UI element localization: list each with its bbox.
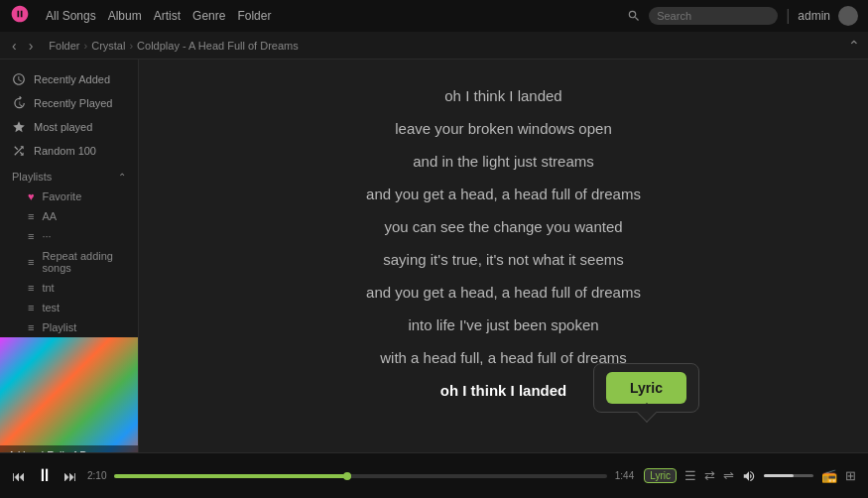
lyric-tooltip-button[interactable]: Lyric (606, 372, 686, 404)
player-bar: ⏮ ⏸ ⏭ 2:10 1:44 Lyric ☰ ⇄ ⇌ 📻 ⊞ (0, 452, 868, 498)
lyric-line-4: you can see the change you wanted (139, 210, 868, 243)
sidebar-item-recently-added[interactable]: Recently Added (0, 67, 138, 91)
breadcrumb-sep-2: › (129, 40, 133, 52)
playlists-section: Playlists ⌃ (0, 163, 138, 187)
progress-bar[interactable] (114, 474, 606, 478)
play-history-icon (12, 96, 26, 110)
time-current: 2:10 (87, 470, 106, 481)
lyric-line-6: and you get a head, a head full of dream… (139, 276, 868, 309)
playlist-item-test[interactable]: ≡ test (0, 298, 138, 317)
list-icon-repeat: ≡ (28, 256, 34, 268)
playlists-label: Playlists (12, 171, 52, 183)
breadcrumb-nav: ‹ › (8, 38, 37, 54)
sidebar-label-random: Random 100 (34, 145, 96, 157)
lyric-line-8: with a head full, a head full of dreams (139, 341, 868, 374)
shuffle-icon (12, 144, 26, 158)
pause-button[interactable]: ⏸ (36, 465, 54, 486)
nav-artist[interactable]: Artist (154, 9, 181, 23)
album-art-overlay: A Head Full of Dreams Coldplay (0, 445, 138, 452)
list-icon-dots: ≡ (28, 230, 34, 242)
lyric-line-5: saying it's true, it's not what it seems (139, 243, 868, 276)
sidebar-label-recently-played: Recently Played (34, 97, 113, 109)
tooltip-arrow (637, 403, 657, 423)
list-icon-playlist: ≡ (28, 321, 34, 333)
volume-icon (742, 469, 756, 483)
nav-all-songs[interactable]: All Songs (46, 9, 96, 23)
list-icon-tnt: ≡ (28, 282, 34, 294)
expand-button[interactable]: ⌃ (848, 38, 860, 54)
main-layout: Recently Added Recently Played Most play… (0, 60, 868, 452)
progress-fill (114, 474, 350, 478)
sidebar-label-recently-added: Recently Added (34, 73, 110, 85)
breadcrumb-sep-1: › (84, 40, 88, 52)
sidebar-label-most-played: Most played (34, 121, 92, 133)
playlist-item-tnt[interactable]: ≡ tnt (0, 278, 138, 298)
top-nav: All Songs Album Artist Genre Folder | ad… (0, 0, 868, 32)
nav-links: All Songs Album Artist Genre Folder (46, 9, 271, 23)
admin-label: admin (798, 9, 830, 23)
next-button[interactable]: ⏭ (63, 468, 77, 484)
heart-icon: ♥ (28, 190, 35, 202)
cast-button[interactable]: ⊞ (845, 468, 856, 483)
progress-area: 2:10 1:44 (87, 470, 634, 481)
breadcrumb-current: Coldplay - A Head Full of Dreams (137, 40, 299, 52)
playlist-label-tnt: tnt (42, 282, 54, 294)
progress-dot (343, 472, 351, 480)
breadcrumb-folder[interactable]: Folder (49, 40, 79, 52)
nav-genre[interactable]: Genre (192, 9, 225, 23)
album-title-small: A Head Full of Dreams (8, 449, 130, 452)
playlist-item-aa[interactable]: ≡ AA (0, 206, 138, 226)
time-total: 1:44 (615, 470, 634, 481)
playlist-label-playlist: Playlist (42, 321, 76, 333)
volume-slider[interactable] (764, 474, 813, 477)
lyric-line-9: oh I think I landed (139, 374, 868, 407)
player-controls: ⏮ ⏸ ⏭ (12, 465, 77, 486)
playlist-label-dots: ··· (42, 230, 51, 242)
album-art-container: A Head Full of Dreams Coldplay (0, 337, 138, 452)
radio-button[interactable]: 📻 (821, 468, 837, 483)
playlist-label-test: test (42, 302, 60, 313)
lyric-line-0: oh I think I landed (139, 79, 868, 112)
nav-search-area: | admin (627, 6, 858, 26)
sidebar-item-recently-played[interactable]: Recently Played (0, 91, 138, 115)
breadcrumb-bar: ‹ › Folder › Crystal › Coldplay - A Head… (0, 32, 868, 60)
search-icon (627, 9, 641, 23)
player-right-controls: Lyric ☰ ⇄ ⇌ 📻 ⊞ (644, 468, 856, 483)
lyric-line-7: into life I've just been spoken (139, 309, 868, 341)
nav-folder[interactable]: Folder (237, 9, 271, 23)
breadcrumb-crystal[interactable]: Crystal (91, 40, 125, 52)
playlist-item-favorite[interactable]: ♥ Favorite (0, 187, 138, 206)
lyric-line-1: leave your broken windows open (139, 112, 868, 145)
user-avatar[interactable] (838, 6, 858, 26)
playlist-label-favorite: Favorite (43, 190, 82, 202)
prev-button[interactable]: ⏮ (12, 468, 26, 484)
playlist-item-dots[interactable]: ≡ ··· (0, 226, 138, 246)
lyrics-panel: oh I think I landed leave your broken wi… (139, 60, 868, 452)
list-view-button[interactable]: ☰ (684, 468, 696, 483)
divider: | (786, 7, 790, 25)
list-icon-test: ≡ (28, 302, 34, 313)
playlist-item-playlist[interactable]: ≡ Playlist (0, 317, 138, 337)
app-logo (10, 4, 30, 28)
search-input[interactable] (649, 7, 778, 25)
playlist-item-repeat[interactable]: ≡ Repeat adding songs (0, 246, 138, 278)
nav-album[interactable]: Album (108, 9, 142, 23)
playlist-label-aa: AA (42, 210, 57, 222)
sidebar: Recently Added Recently Played Most play… (0, 60, 139, 452)
playlists-chevron[interactable]: ⌃ (118, 172, 126, 183)
volume-fill (764, 474, 794, 477)
lyric-line-2: and in the light just streams (139, 145, 868, 178)
list-icon-aa: ≡ (28, 210, 34, 222)
back-button[interactable]: ‹ (8, 38, 21, 54)
sidebar-item-random[interactable]: Random 100 (0, 139, 138, 163)
repeat-button[interactable]: ⇄ (704, 468, 715, 483)
album-art (0, 337, 139, 452)
forward-button[interactable]: › (25, 38, 38, 54)
playlist-label-repeat: Repeat adding songs (42, 250, 126, 274)
sidebar-item-most-played[interactable]: Most played (0, 115, 138, 139)
lyric-badge[interactable]: Lyric (644, 468, 677, 483)
clock-icon (12, 72, 26, 86)
lyric-line-3: and you get a head, a head full of dream… (139, 178, 868, 210)
shuffle-button[interactable]: ⇌ (723, 468, 734, 483)
lyric-tooltip: Lyric (593, 363, 699, 413)
